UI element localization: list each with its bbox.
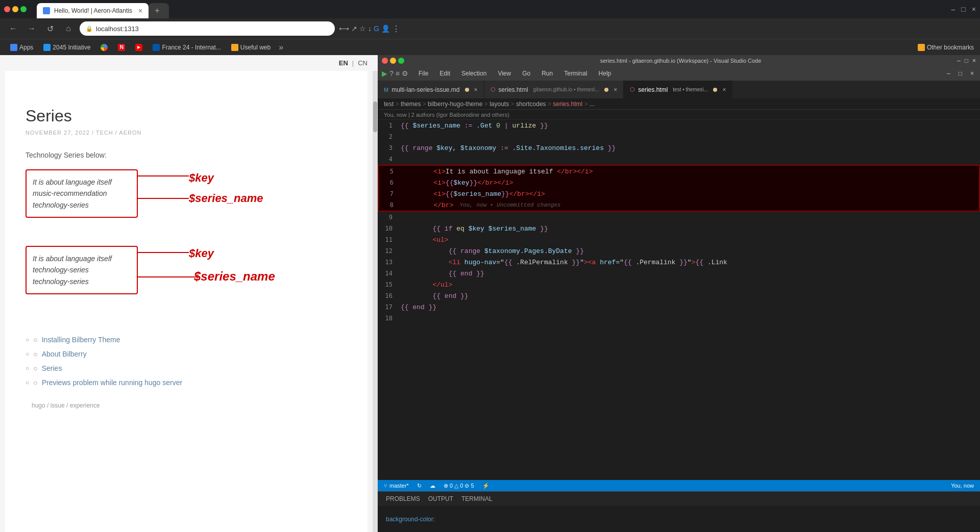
minimize-win-icon[interactable]: – (945, 70, 952, 77)
html-tab2-close-icon[interactable]: × (614, 86, 617, 93)
close-win-icon[interactable]: × (968, 70, 976, 77)
git-branch[interactable]: ⑂ master* (384, 483, 409, 489)
link-series[interactable]: ○ Series (26, 361, 347, 375)
minimize-btn[interactable] (12, 6, 18, 12)
menu-run[interactable]: Run (536, 69, 558, 78)
errors-warnings[interactable]: ⊗ 0 △ 0 ⊘ 5 (444, 483, 474, 489)
vscode-minimize-btn[interactable] (390, 58, 396, 64)
menu-lines-icon[interactable]: ≡ (396, 69, 400, 78)
lang-cn[interactable]: CN (358, 59, 368, 67)
close-btn[interactable] (4, 6, 10, 12)
tab-series-test[interactable]: ⬡ series.html test • themes\... × (624, 81, 732, 98)
close-window-icon[interactable]: × (972, 5, 976, 13)
debug-box2-line3: technology-series (33, 276, 131, 287)
bookmark-france24[interactable]: France 24 - Internat... (149, 43, 225, 52)
help-circle-icon[interactable]: ? (389, 69, 394, 78)
france24-icon (153, 44, 160, 51)
bookmark-netflix[interactable]: N (114, 43, 129, 52)
breadcrumb-shortcodes[interactable]: shortcodes (516, 100, 546, 108)
link-previews-problem[interactable]: ○ Previews problem while running hugo se… (26, 375, 347, 390)
profile-icon[interactable]: 👤 (381, 24, 390, 33)
restore-window-icon[interactable]: □ (961, 5, 965, 13)
html-tab3-modified (713, 88, 717, 92)
vscode-close-btn[interactable] (382, 58, 388, 64)
link-installing-bilberry[interactable]: ○ Installing Bilberry Theme (26, 333, 347, 347)
breadcrumb-bilberry[interactable]: bilberry-hugo-theme (428, 100, 482, 108)
breadcrumb-layouts[interactable]: layouts (489, 100, 509, 108)
inactive-tab[interactable]: + (149, 3, 169, 18)
menu-go[interactable]: Go (517, 69, 535, 78)
lightning-icon[interactable]: ⚡ (482, 483, 489, 489)
bookmark-youtube[interactable]: ▶ (131, 43, 146, 52)
tab-md-file[interactable]: M multi-lan-series-issue.md × (378, 81, 484, 98)
link-text-2[interactable]: About Bilberry (42, 350, 87, 358)
lang-sep: | (352, 59, 354, 67)
other-bookmarks[interactable]: Other bookmarks (918, 44, 974, 51)
menu-selection[interactable]: Selection (456, 69, 492, 78)
minimize-icon[interactable]: – (957, 57, 961, 64)
run-icon[interactable]: ▶ (382, 69, 387, 78)
new-tab-icon[interactable]: + (155, 6, 159, 15)
series-name-label-1: $series_name (189, 192, 263, 205)
code-area[interactable]: 1 {{ $series_name := .Get 0 | urlize }} … (378, 120, 980, 480)
breadcrumb-sep6: > (584, 100, 590, 108)
page-footer: hugo / issue / experience (26, 400, 347, 411)
title-bar: Hello, World! | Aeron-Atlantis × + – □ × (0, 0, 980, 18)
link-text-1[interactable]: Installing Bilberry Theme (42, 336, 120, 344)
panel-tab-terminal[interactable]: TERMINAL (457, 495, 497, 502)
restore-icon[interactable]: □ (965, 57, 968, 64)
vscode-maximize-btn[interactable] (398, 58, 404, 64)
panel-tab-problems[interactable]: PROBLEMS (382, 495, 424, 502)
back-button[interactable]: ← (6, 21, 20, 36)
breadcrumb-test[interactable]: test (384, 100, 394, 108)
panel-tab-output[interactable]: OUTPUT (424, 495, 457, 502)
translate-icon[interactable]: ⟷ (339, 24, 349, 33)
usefulweb-icon (231, 44, 238, 51)
bookmark-star-icon[interactable]: ☆ (359, 24, 366, 33)
md-tab-close-icon[interactable]: × (474, 86, 478, 93)
menu-file[interactable]: File (413, 69, 433, 78)
download-icon[interactable]: ↓ (368, 24, 372, 33)
link-text-3[interactable]: Series (42, 364, 62, 372)
menu-view[interactable]: View (493, 69, 516, 78)
address-bar[interactable]: 🔒 localhost:1313 (80, 21, 335, 36)
debug-box1-line3: technology-series (33, 199, 131, 211)
refresh-button[interactable]: ↺ (43, 21, 57, 36)
link-text-4[interactable]: Previews problem while running hugo serv… (42, 378, 182, 387)
other-bookmarks-label: Other bookmarks (927, 44, 974, 51)
bookmark-usefulweb[interactable]: Useful web (227, 43, 275, 52)
lang-en[interactable]: EN (339, 59, 348, 67)
remote-icon[interactable]: ☁ (430, 483, 435, 489)
close-icon[interactable]: × (972, 57, 976, 64)
home-button[interactable]: ⌂ (61, 21, 76, 36)
tab-series-gitaeron[interactable]: ⬡ series.html gitaeron.github.io • theme… (484, 81, 624, 98)
bookmark-google[interactable] (96, 43, 112, 52)
html-tab3-close-icon[interactable]: × (722, 86, 726, 93)
share-icon[interactable]: ↗ (351, 24, 357, 33)
bookmark-2045[interactable]: 2045 Initiative (39, 43, 94, 52)
breadcrumb-ellipsis[interactable]: ... (590, 100, 595, 108)
active-tab[interactable]: Hello, World! | Aeron-Atlantis × (37, 3, 149, 18)
minimize-window-icon[interactable]: – (951, 5, 955, 13)
tab-close-icon[interactable]: × (138, 7, 142, 15)
sync-icon[interactable]: ↻ (417, 483, 422, 489)
series-links: ○ Installing Bilberry Theme ○ About Bilb… (26, 333, 347, 390)
settings-dots-icon[interactable]: ⋮ (392, 24, 400, 34)
settings-gear-icon[interactable]: ⚙ (402, 69, 408, 78)
link-about-bilberry[interactable]: ○ About Bilberry (26, 347, 347, 361)
extension-icon[interactable]: G (374, 24, 379, 33)
restore-win-icon[interactable]: □ (957, 70, 964, 77)
maximize-btn[interactable] (20, 6, 27, 12)
vscode-activity-icons: ▶ ? ≡ ⚙ (382, 69, 408, 78)
breadcrumb-themes[interactable]: themes (401, 100, 421, 108)
more-bookmarks-icon[interactable]: » (279, 43, 283, 52)
bookmark-apps[interactable]: Apps (6, 43, 37, 52)
spacer-top (26, 81, 347, 91)
breadcrumb-serieshtml[interactable]: series.html (553, 100, 582, 108)
scrollbar[interactable] (373, 71, 378, 532)
menu-terminal[interactable]: Terminal (559, 69, 592, 78)
menu-help[interactable]: Help (594, 69, 617, 78)
scrollbar-thumb[interactable] (373, 102, 377, 132)
menu-edit[interactable]: Edit (434, 69, 455, 78)
forward-button[interactable]: → (24, 21, 39, 36)
